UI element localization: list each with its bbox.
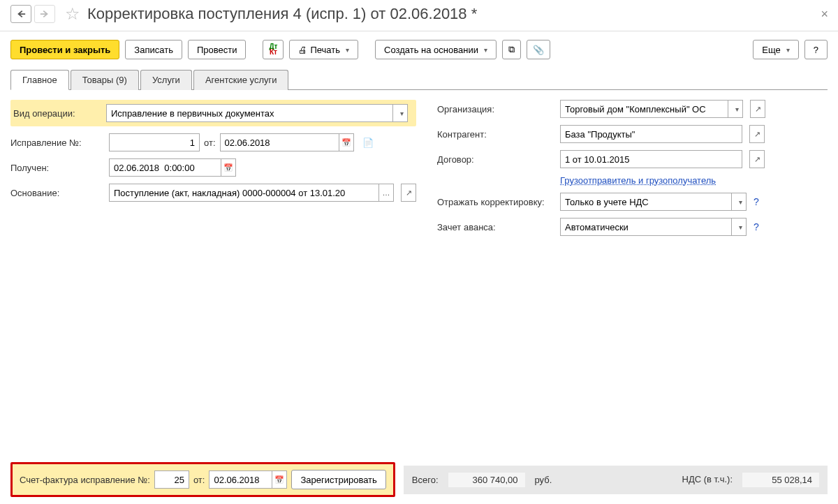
print-button[interactable]: 🖨 Печать <box>289 40 358 59</box>
operation-type-label: Вид операции: <box>13 108 102 119</box>
correction-no-field[interactable] <box>109 133 200 151</box>
advance-field[interactable] <box>560 218 731 236</box>
invoice-date-field[interactable] <box>209 470 272 489</box>
vat-label: НДС (в т.ч.): <box>682 475 733 484</box>
post-and-close-button[interactable]: Провести и закрыть <box>10 40 119 59</box>
reflect-dropdown[interactable] <box>731 193 747 211</box>
from-label: от: <box>204 138 216 148</box>
paperclip-icon: 📎 <box>533 45 544 55</box>
received-field[interactable] <box>109 158 221 177</box>
calendar-icon[interactable]: 📅 <box>221 158 236 177</box>
forward-button[interactable] <box>34 5 55 23</box>
post-button[interactable]: Провести <box>188 40 247 59</box>
operation-type-row: Вид операции: <box>10 100 416 126</box>
basis-field[interactable] <box>109 184 378 202</box>
ellipsis-icon[interactable]: … <box>378 184 394 202</box>
contract-label: Договор: <box>437 154 556 165</box>
tab-services[interactable]: Услуги <box>140 70 192 90</box>
add-icon[interactable]: 📄 <box>362 138 374 148</box>
tab-goods[interactable]: Товары (9) <box>71 70 139 90</box>
tab-main[interactable]: Главное <box>10 70 69 90</box>
vat-value: 55 028,14 <box>742 473 819 487</box>
correction-date-field[interactable] <box>220 133 339 151</box>
reflect-field[interactable] <box>560 193 731 211</box>
favorite-star-icon[interactable]: ☆ <box>65 4 80 24</box>
contragent-label: Контрагент: <box>437 129 556 140</box>
operation-type-field[interactable] <box>106 104 392 122</box>
advance-label: Зачет аванса: <box>437 222 556 232</box>
printer-icon: 🖨 <box>298 45 307 55</box>
create-from-button[interactable]: Создать на основании <box>375 40 497 59</box>
contragent-field[interactable] <box>560 125 742 143</box>
invoice-from-label: от: <box>193 475 205 485</box>
correction-no-label: Исправление №: <box>10 138 105 148</box>
advance-dropdown[interactable] <box>731 218 747 236</box>
total-value: 360 740,00 <box>448 473 525 487</box>
help-button[interactable]: ? <box>804 40 828 59</box>
organization-field[interactable] <box>560 100 728 118</box>
basis-label: Основание: <box>10 188 105 198</box>
totals-panel: Всего: 360 740,00 руб. НДС (в т.ч.): 55 … <box>404 466 828 494</box>
save-button[interactable]: Записать <box>125 40 182 59</box>
back-button[interactable] <box>10 5 31 23</box>
reflect-label: Отражать корректировку: <box>437 197 556 207</box>
shipper-consignee-link[interactable]: Грузоотправитель и грузополучатель <box>560 175 716 186</box>
contract-field[interactable] <box>560 150 742 168</box>
open-contragent-icon[interactable]: ↗ <box>749 125 765 143</box>
invoice-correction-label: Счет-фактура исправление №: <box>20 475 150 485</box>
operation-type-dropdown[interactable] <box>392 104 408 122</box>
help-icon[interactable]: ? <box>754 196 759 207</box>
structure-button[interactable]: ⧉ <box>502 40 521 59</box>
calendar-icon[interactable]: 📅 <box>272 470 287 489</box>
tab-agent-services[interactable]: Агентские услуги <box>193 70 289 90</box>
organization-label: Организация: <box>437 104 556 114</box>
total-label: Всего: <box>412 475 439 485</box>
more-button[interactable]: Еще <box>753 40 798 59</box>
page-title: Корректировка поступления 4 (испр. 1) от… <box>87 5 477 23</box>
invoice-no-field[interactable] <box>154 470 189 489</box>
structure-icon: ⧉ <box>508 44 515 55</box>
dtkt-icon: ДтКт <box>269 44 277 55</box>
attachments-button[interactable]: 📎 <box>527 40 550 59</box>
organization-dropdown[interactable] <box>728 100 743 118</box>
open-contract-icon[interactable]: ↗ <box>749 150 765 168</box>
open-basis-icon[interactable]: ↗ <box>401 184 416 202</box>
movements-button[interactable]: ДтКт <box>263 40 284 59</box>
open-organization-icon[interactable]: ↗ <box>750 100 765 118</box>
calendar-icon[interactable]: 📅 <box>339 133 354 151</box>
help-icon[interactable]: ? <box>754 221 759 232</box>
close-icon[interactable]: × <box>821 7 828 22</box>
received-label: Получен: <box>10 163 105 173</box>
invoice-correction-box: Счет-фактура исправление №: от: 📅 Зареги… <box>10 462 395 497</box>
register-button[interactable]: Зарегистрировать <box>291 470 385 489</box>
currency-label: руб. <box>535 475 552 485</box>
